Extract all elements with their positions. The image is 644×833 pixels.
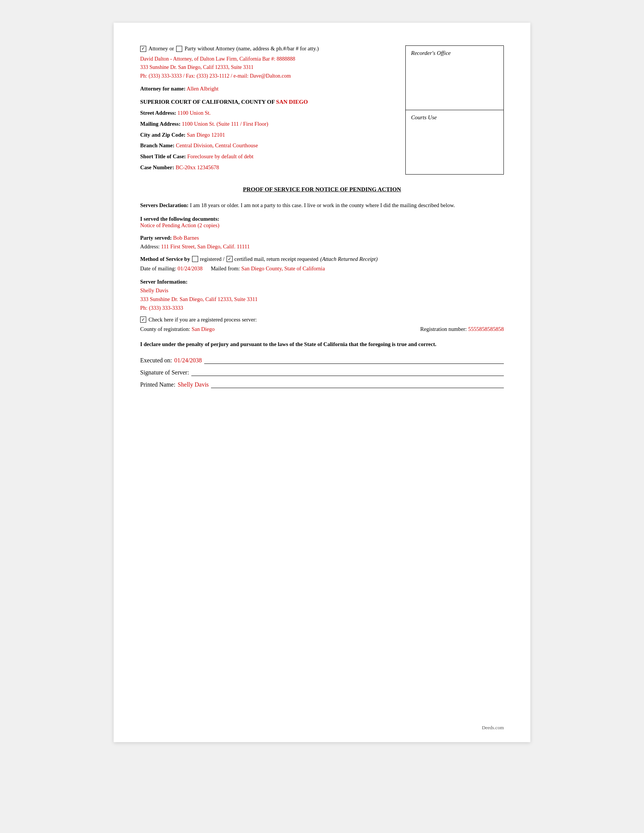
attorney-checkbox[interactable]: ✓	[140, 46, 146, 52]
header-left: ✓ Attorney or Party without Attorney (na…	[140, 45, 398, 175]
branch-name: Branch Name: Central Division, Central C…	[140, 142, 398, 150]
address-line: Address: 111 First Street, San Diego, Ca…	[140, 243, 504, 250]
printed-name-line: Printed Name: Shelly Davis	[140, 381, 504, 388]
case-number-label: Case Number:	[140, 164, 174, 170]
servers-declaration-label: Servers Declaration:	[140, 202, 188, 208]
signature-line: Signature of Server:	[140, 368, 504, 376]
server-phone: Ph: (333) 333-3333	[140, 305, 504, 311]
document-page: ✓ Attorney or Party without Attorney (na…	[114, 23, 530, 742]
party-checkbox-label: Party without Attorney (name, address & …	[185, 45, 319, 52]
method-registered: registered /	[200, 256, 225, 262]
date-mailing-line: Date of mailing: 01/24/2038 Mailed from:…	[140, 265, 504, 272]
document-title: PROOF OF SERVICE FOR NOTICE OF PENDING A…	[140, 186, 504, 193]
street-address: Street Address: 1100 Union St.	[140, 109, 398, 117]
attorney-info-line2: 333 Sunshine Dr. San Diego, Calif 12333,…	[140, 63, 398, 72]
attorney-info-line3: Ph: (333) 333-3333 / Fax: (333) 233-1112…	[140, 72, 398, 80]
branch-label: Branch Name:	[140, 142, 175, 148]
attorney-for-label: Attorney for name:	[140, 85, 186, 92]
method-line: Method of Service by registered / ✓ cert…	[140, 256, 504, 262]
server-info-block: Server Information: Shelly Davis 333 Sun…	[140, 279, 504, 311]
reg-number-label: Registration number:	[420, 326, 467, 332]
city-label: City and Zip Code:	[140, 132, 186, 138]
courts-box: Courts Use	[406, 110, 504, 174]
servers-declaration-text: I am 18 years or older. I am not a party…	[190, 202, 455, 208]
check-label: Check here if you are a registered proce…	[148, 317, 257, 323]
party-served-line: Party served: Bob Barnes	[140, 235, 504, 241]
check-line: ✓ Check here if you are a registered pro…	[140, 317, 504, 323]
servers-declaration: Servers Declaration: I am 18 years or ol…	[140, 201, 504, 210]
reg-number-right: Registration number: 5555858585858	[420, 326, 504, 333]
process-server-checkbox[interactable]: ✓	[140, 317, 146, 323]
printed-name-value: Shelly Davis	[178, 381, 209, 388]
short-title-label: Short Title of Case:	[140, 153, 186, 159]
short-title-value: Foreclosure by default of debt	[187, 153, 253, 159]
mailed-from-value: San Diego County, State of California	[242, 265, 325, 272]
party-served-value: Bob Barnes	[173, 235, 199, 241]
court-title-value: SAN DIEGO	[276, 99, 308, 105]
executed-on-line: Executed on: 01/24/2038	[140, 356, 504, 364]
method-attach: (Attach Returned Receipt)	[320, 256, 377, 262]
attorney-for-name: Attorney for name: Allen Albright	[140, 85, 398, 92]
address-value: 111 First Street, San Diego, Calif. 1111…	[161, 243, 250, 249]
attorney-info-line1: David Dalton - Attorney, of Dalton Law F…	[140, 55, 398, 63]
attorney-info: David Dalton - Attorney, of Dalton Law F…	[140, 55, 398, 80]
server-name: Shelly Davis	[140, 287, 504, 294]
registered-checkbox[interactable]	[192, 256, 198, 262]
reg-number-value: 5555858585858	[468, 326, 504, 332]
county-reg-line: County of registration: San Diego Regist…	[140, 326, 504, 333]
court-title-label: SUPERIOR COURT OF CALIFORNIA, COUNTY OF	[140, 99, 275, 105]
declare-text: I declare under the penalty of perjury a…	[140, 340, 504, 349]
method-certified: certified mail, return receipt requested	[235, 256, 319, 262]
county-reg-label: County of registration:	[140, 326, 190, 332]
street-label: Street Address:	[140, 110, 176, 116]
city-zip: City and Zip Code: San Diego 12101	[140, 131, 398, 139]
server-address: 333 Sunshine Dr. San Diego, Calif 12333,…	[140, 296, 504, 302]
short-title: Short Title of Case: Foreclosure by defa…	[140, 153, 398, 161]
party-checkbox[interactable]	[176, 46, 182, 52]
attorney-line: ✓ Attorney or Party without Attorney (na…	[140, 45, 398, 52]
method-label: Method of Service by	[140, 256, 190, 262]
street-value: 1100 Union St.	[178, 110, 211, 116]
recorder-label: Recorder's Office	[411, 50, 451, 56]
courts-label: Courts Use	[411, 114, 437, 121]
served-docs-section: I served the following documents: Notice…	[140, 216, 504, 229]
case-number: Case Number: BC-20xx 12345678	[140, 164, 398, 172]
date-mailing-value: 01/24/2038	[178, 265, 203, 272]
header-section: ✓ Attorney or Party without Attorney (na…	[140, 45, 504, 175]
header-right-box: Recorder's Office Courts Use	[405, 45, 504, 175]
mailing-label: Mailing Address:	[140, 121, 180, 127]
date-mailing-label: Date of mailing:	[140, 265, 176, 272]
served-docs-value: Notice of Pending Action (2 copies)	[140, 222, 504, 229]
executed-underline	[204, 356, 504, 364]
case-number-value: BC-20xx 12345678	[175, 164, 219, 170]
city-value: San Diego 12101	[187, 132, 225, 138]
printed-name-label: Printed Name:	[140, 381, 175, 388]
mailing-address: Mailing Address: 1100 Union St. (Suite 1…	[140, 120, 398, 129]
executed-value: 01/24/2038	[174, 357, 202, 364]
court-title: SUPERIOR COURT OF CALIFORNIA, COUNTY OF …	[140, 99, 398, 105]
mailed-from-label: Mailed from:	[211, 265, 240, 272]
party-served-label: Party served:	[140, 235, 172, 241]
footer: Deeds.com	[482, 725, 504, 731]
signature-field[interactable]	[191, 368, 504, 376]
county-reg-left: County of registration: San Diego	[140, 326, 215, 333]
mailing-value: 1100 Union St. (Suite 111 / First Floor)	[182, 121, 268, 127]
attorney-for-value: Allen Albright	[187, 85, 219, 92]
recorder-box: Recorder's Office	[406, 46, 504, 110]
county-reg-value: San Diego	[192, 326, 215, 332]
executed-label: Executed on:	[140, 357, 172, 364]
signature-label: Signature of Server:	[140, 369, 189, 376]
attorney-checkbox-label: Attorney or	[148, 45, 174, 52]
address-label: Address:	[140, 243, 160, 249]
printed-name-underline	[211, 381, 504, 388]
branch-value: Central Division, Central Courthouse	[176, 142, 258, 148]
served-docs-label: I served the following documents:	[140, 216, 504, 222]
certified-checkbox[interactable]: ✓	[227, 256, 233, 262]
server-info-label: Server Information:	[140, 279, 504, 285]
